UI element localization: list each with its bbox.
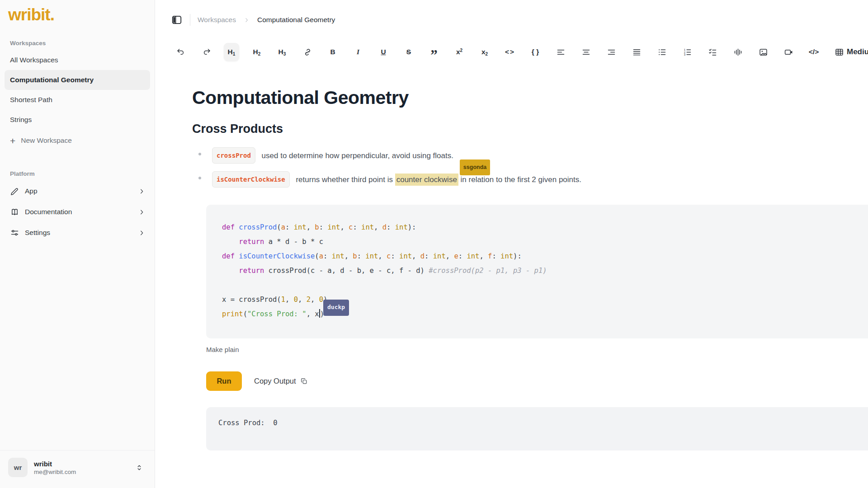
sidebar-item-documentation[interactable]: Documentation xyxy=(5,202,150,222)
underline-icon: U xyxy=(381,48,386,56)
list-item[interactable]: crossProd used to determine how perpendi… xyxy=(198,147,868,164)
toolbar-inline-code-button[interactable]: <> xyxy=(502,43,518,61)
make-plain-button[interactable]: Make plain xyxy=(206,346,239,353)
sidebar-item-app[interactable]: App xyxy=(5,181,150,202)
toolbar-ordered-list-button[interactable]: 123 xyxy=(679,43,695,61)
toolbar-undo-button[interactable] xyxy=(173,43,189,61)
code-line: return crossProd(c - a, d - b, e - c, f … xyxy=(222,263,864,278)
document-editor: Computational Geometry Cross Products cr… xyxy=(155,86,868,450)
run-controls: Run Copy Output xyxy=(206,371,868,391)
sidebar-item-settings[interactable]: Settings xyxy=(5,222,150,243)
toolbar-heading-3-button[interactable]: H3 xyxy=(274,43,290,61)
toolbar-link-button[interactable] xyxy=(300,43,315,61)
bullet-dot xyxy=(198,153,201,155)
new-workspace-button[interactable]: + New Workspace xyxy=(5,131,150,150)
inline-code-chip: isCounterClockwise xyxy=(212,171,290,188)
code-line: print("Cross Prod: ", x) xyxy=(222,307,864,321)
chevron-right-icon xyxy=(138,208,146,216)
pencil-icon xyxy=(10,187,19,196)
toolbar-superscript-button[interactable]: x2 xyxy=(452,43,467,61)
toolbar-items: H1H2H3BIUS”x2x2<>{ }123</> xyxy=(173,43,847,61)
bullet-list-icon xyxy=(657,47,667,57)
blockquote-icon: ” xyxy=(430,50,438,54)
code-line: x = crossProd(1, 0, 2, 0)duckp xyxy=(222,292,864,307)
toolbar-italic-button[interactable]: I xyxy=(350,43,366,61)
sidebar-item-all-workspaces[interactable]: All Workspaces xyxy=(5,50,150,70)
toolbar-strikethrough-button[interactable]: S xyxy=(401,43,416,61)
italic-icon: I xyxy=(357,48,359,56)
user-menu[interactable]: wr wribit me@wribit.com xyxy=(0,450,155,488)
new-workspace-label: New Workspace xyxy=(21,136,72,145)
sidebar-item-computational-geometry[interactable]: Computational Geometry xyxy=(5,70,150,90)
sidebar-item-label: Documentation xyxy=(25,208,72,216)
font-size-selector[interactable]: Medium xyxy=(847,47,868,56)
code-line: def isCounterClockwise(a: int, b: int, c… xyxy=(222,249,864,263)
waveform-icon xyxy=(733,47,743,57)
breadcrumb-bar: Workspaces Computational Geometry xyxy=(155,0,868,40)
redo-icon xyxy=(202,47,211,57)
toolbar-heading-1-button[interactable]: H1 xyxy=(224,43,239,61)
sidebar-item-strings[interactable]: Strings xyxy=(5,110,150,130)
toolbar-subscript-button[interactable]: x2 xyxy=(477,43,492,61)
workspaces-section-label: Workspaces xyxy=(10,40,155,47)
toolbar-video-button[interactable] xyxy=(781,43,796,61)
toolbar-bullet-list-button[interactable] xyxy=(654,43,670,61)
ordered-list-icon: 123 xyxy=(683,47,692,57)
workspace-list: All WorkspacesComputational GeometryShor… xyxy=(0,50,155,130)
code-line xyxy=(222,278,864,292)
strikethrough-icon: S xyxy=(406,48,411,56)
main-panel: Workspaces Computational Geometry H1H2H3… xyxy=(155,0,868,488)
bullet-text: in relation to the first 2 given points. xyxy=(458,175,581,184)
video-icon xyxy=(784,47,793,57)
user-name: wribit xyxy=(34,460,76,468)
code-block-icon: </> xyxy=(809,48,819,56)
list-item[interactable]: isCounterClockwise returns whether third… xyxy=(198,171,868,188)
toolbar-braces-button[interactable]: { } xyxy=(528,43,543,61)
toolbar-blockquote-button[interactable]: ” xyxy=(426,43,442,61)
toolbar-code-block-button[interactable]: </> xyxy=(806,43,821,61)
sidebar: wribit. Workspaces All WorkspacesComputa… xyxy=(0,0,155,488)
chevron-up-down-icon xyxy=(135,463,144,472)
link-icon xyxy=(303,47,312,57)
code-editor[interactable]: def crossProd(a: int, b: int, c: int, d:… xyxy=(206,205,868,338)
table-icon xyxy=(835,47,844,57)
sidebar-item-label: App xyxy=(25,187,38,195)
sidebar-item-shortest-path[interactable]: Shortest Path xyxy=(5,90,150,110)
toolbar-align-center-button[interactable] xyxy=(578,43,594,61)
toolbar-align-left-button[interactable] xyxy=(553,43,568,61)
toolbar-align-right-button[interactable] xyxy=(604,43,619,61)
run-output: Cross Prod: 0 xyxy=(206,407,868,450)
platform-section-label: Platform xyxy=(10,170,155,177)
run-button[interactable]: Run xyxy=(206,371,242,391)
toolbar-bold-button[interactable]: B xyxy=(325,43,340,61)
bold-icon: B xyxy=(330,48,335,56)
toolbar-redo-button[interactable] xyxy=(198,43,214,61)
page-title[interactable]: Computational Geometry xyxy=(192,86,868,109)
superscript-icon: x2 xyxy=(456,48,462,56)
user-email: me@wribit.com xyxy=(34,469,76,475)
toolbar-table-button[interactable] xyxy=(831,43,847,61)
highlighted-text: counter clockwise xyxy=(396,175,457,184)
sidebar-toggle-button[interactable] xyxy=(171,14,183,26)
toolbar-image-button[interactable] xyxy=(755,43,771,61)
collab-cursor-badge: duckp xyxy=(323,300,349,316)
toolbar-align-justify-button[interactable] xyxy=(629,43,644,61)
align-left-icon xyxy=(556,47,566,57)
section-heading[interactable]: Cross Products xyxy=(192,121,868,136)
toolbar-underline-button[interactable]: U xyxy=(376,43,391,61)
align-right-icon xyxy=(607,47,616,57)
copy-icon xyxy=(300,377,308,385)
heading-3-icon: H3 xyxy=(278,48,286,56)
copy-output-button[interactable]: Copy Output xyxy=(254,377,308,385)
book-icon xyxy=(10,207,19,217)
plus-icon: + xyxy=(10,136,15,145)
breadcrumb-parent[interactable]: Workspaces xyxy=(198,16,236,24)
toolbar-waveform-button[interactable] xyxy=(730,43,745,61)
heading-2-icon: H2 xyxy=(253,48,261,56)
image-icon xyxy=(759,47,768,57)
bullet-list: crossProd used to determine how perpendi… xyxy=(198,147,868,188)
toolbar-heading-2-button[interactable]: H2 xyxy=(249,43,264,61)
toolbar-checklist-button[interactable] xyxy=(705,43,720,61)
bullet-text: returns whether third point is xyxy=(296,175,395,184)
app-window: wribit. Workspaces All WorkspacesComputa… xyxy=(0,0,868,488)
